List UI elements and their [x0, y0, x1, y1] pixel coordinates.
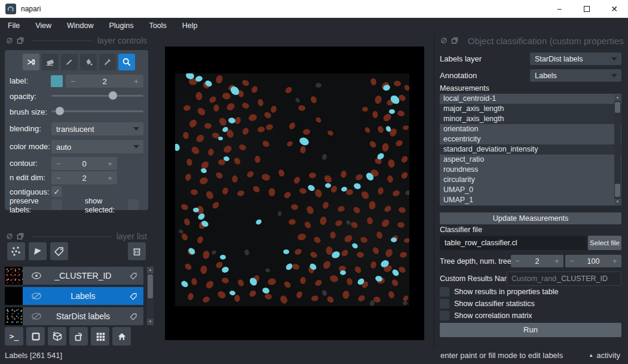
num-trees-spinbox[interactable]: − 100 + [565, 255, 621, 267]
transpose-dimensions-button[interactable] [69, 327, 88, 346]
scroll-up-icon[interactable]: ▲ [147, 267, 154, 273]
scrollbar-thumb[interactable] [615, 184, 620, 197]
labels-layer-combobox[interactable]: StarDist labels [530, 53, 621, 65]
close-button[interactable]: ✕ [601, 0, 628, 18]
menu-plugins[interactable]: Plugins [102, 21, 142, 30]
float-dock-icon[interactable] [17, 37, 24, 44]
measurement-item[interactable]: UMAP_0 [440, 185, 621, 195]
ndisplay-toggle-button[interactable] [26, 327, 45, 346]
roll-dimensions-button[interactable] [48, 327, 66, 346]
scroll-down-icon[interactable]: ▼ [147, 319, 154, 325]
select-file-button[interactable]: Select file [588, 236, 621, 250]
measurement-item[interactable]: local_centroid-1 [440, 94, 621, 104]
opacity-slider[interactable] [51, 90, 143, 101]
layer-row-labels[interactable]: Labels [5, 287, 143, 305]
run-button[interactable]: Run [440, 323, 621, 337]
dock-separator[interactable] [434, 33, 434, 348]
n-edit-dim-spinbox[interactable]: − 2 + [51, 171, 117, 184]
new-shapes-layer-button[interactable] [29, 242, 47, 260]
grid-view-button[interactable] [91, 327, 109, 346]
transform-tool-button[interactable] [23, 54, 39, 70]
hide-dock-icon[interactable] [6, 37, 13, 44]
measurement-item[interactable]: UMAP_1 [440, 195, 621, 205]
scrollbar-thumb[interactable] [615, 102, 620, 113]
layer-row-stardist-labels[interactable]: StarDist labels [5, 307, 143, 325]
measurement-item[interactable]: circularity [440, 175, 621, 185]
label-spinbox[interactable]: − 2 + [66, 75, 143, 88]
color-picker-tool-button[interactable] [99, 54, 116, 70]
console-button[interactable]: >_ [5, 327, 23, 346]
measurement-item[interactable]: orientation [440, 124, 621, 134]
annotation-combobox[interactable]: Labels [530, 69, 621, 82]
home-button[interactable] [112, 327, 131, 346]
layer-list-scrollbar[interactable]: ▲ ▼ [147, 267, 154, 325]
contour-increment[interactable]: + [103, 159, 117, 168]
delete-layer-button[interactable] [128, 242, 146, 260]
label-decrement[interactable]: − [66, 77, 80, 86]
float-dock-icon[interactable] [451, 37, 458, 44]
measurement-item[interactable]: standard_deviation_intensity [440, 144, 621, 155]
opacity-handle[interactable] [109, 91, 117, 100]
brush-size-slider[interactable] [51, 106, 143, 116]
hide-dock-icon[interactable] [6, 233, 13, 240]
classifier-file-input[interactable]: table_row_classifier.cl [440, 236, 587, 250]
show-selected-checkbox[interactable] [128, 199, 139, 210]
show-selected-label: show selected: [85, 197, 123, 215]
color-mode-combobox[interactable]: auto [51, 140, 143, 153]
paint-tool-button[interactable] [61, 54, 78, 70]
custom-results-suffix: _CLUSTER_ID [557, 274, 608, 283]
update-measurements-button[interactable]: Update Measurements [440, 212, 621, 224]
menu-view[interactable]: View [27, 21, 59, 30]
scroll-down-icon[interactable]: ▼ [614, 199, 621, 205]
show-results-checkbox[interactable] [440, 287, 449, 297]
minimize-button[interactable]: – [546, 0, 573, 18]
measurements-list[interactable]: local_centroid-1 major_axis_length minor… [440, 94, 621, 206]
menu-file[interactable]: File [0, 21, 27, 30]
fill-tool-button[interactable] [80, 54, 97, 70]
num-trees-increment[interactable]: + [608, 257, 621, 266]
preserve-labels-checkbox[interactable] [51, 199, 62, 210]
menu-window[interactable]: Window [59, 21, 101, 30]
float-dock-icon[interactable] [17, 233, 24, 240]
measurement-item[interactable]: major_axis_length [440, 104, 621, 114]
measurements-scrollbar[interactable]: ▲ ▼ [614, 94, 621, 205]
tree-depth-decrement[interactable]: − [511, 257, 524, 266]
new-labels-layer-button[interactable] [50, 242, 68, 260]
erase-tool-button[interactable] [42, 54, 59, 70]
activity-toggle[interactable]: ▲activity [589, 351, 620, 360]
tag-icon[interactable] [129, 272, 138, 280]
maximize-icon [584, 6, 590, 12]
tree-depth-increment[interactable]: + [550, 257, 563, 266]
hide-dock-icon[interactable] [440, 37, 448, 44]
zoom-tool-button[interactable] [118, 54, 135, 70]
scroll-up-icon[interactable]: ▲ [614, 94, 621, 101]
menu-help[interactable]: Help [174, 21, 206, 30]
measurement-item[interactable]: minor_axis_length [440, 114, 621, 124]
n-edit-dim-increment[interactable]: + [103, 174, 117, 183]
brush-size-handle[interactable] [56, 107, 64, 115]
menu-tools[interactable]: Tools [142, 21, 174, 30]
viewer-canvas[interactable] [165, 47, 424, 340]
custom-results-input[interactable]: Custom_rando... _CLUSTER_ID [507, 272, 621, 286]
label-increment[interactable]: + [129, 77, 143, 86]
layer-name: StarDist labels [23, 311, 143, 321]
tag-icon[interactable] [129, 292, 138, 301]
scrollbar-thumb[interactable] [148, 274, 153, 298]
measurement-item[interactable]: roundness [440, 165, 621, 175]
n-edit-dim-decrement[interactable]: − [51, 174, 66, 183]
contour-spinbox[interactable]: − 0 + [51, 157, 117, 170]
contiguous-checkbox[interactable]: ✓ [51, 186, 62, 197]
tag-icon[interactable] [129, 312, 138, 321]
measurement-item[interactable]: eccentricity [440, 134, 621, 144]
contour-decrement[interactable]: − [51, 159, 66, 168]
blending-combobox[interactable]: translucent [51, 122, 143, 135]
layer-row-cluster-id[interactable]: _CLUSTER_ID [5, 267, 143, 285]
tree-depth-spinbox[interactable]: − 2 + [511, 255, 563, 267]
num-trees-decrement[interactable]: − [565, 257, 578, 266]
new-points-layer-button[interactable] [7, 242, 25, 260]
show-statistics-checkbox[interactable] [440, 299, 449, 309]
label-color-swatch[interactable] [51, 75, 63, 87]
show-correlation-checkbox[interactable] [440, 311, 449, 320]
maximize-button[interactable] [573, 0, 601, 18]
measurement-item[interactable]: aspect_ratio [440, 155, 621, 165]
